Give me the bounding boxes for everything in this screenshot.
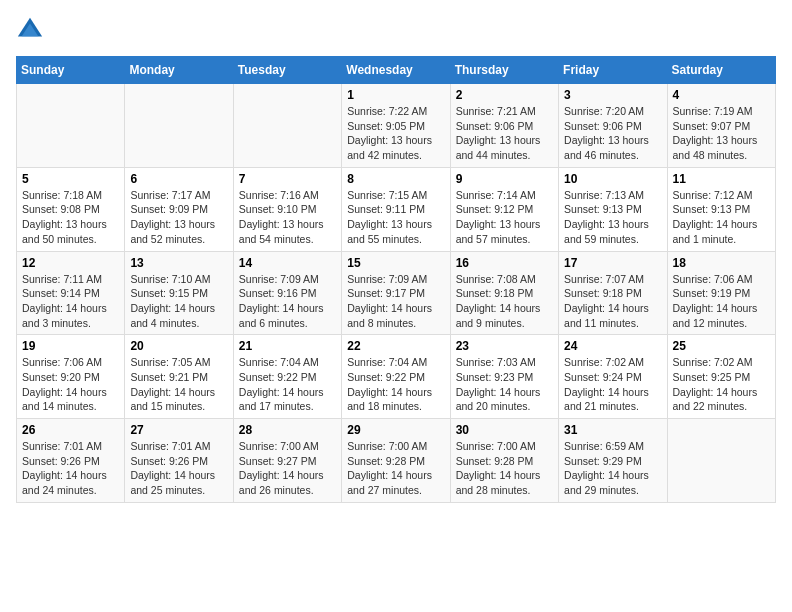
- day-number: 30: [456, 423, 553, 437]
- day-info: Sunrise: 7:13 AM Sunset: 9:13 PM Dayligh…: [564, 188, 661, 247]
- day-number: 12: [22, 256, 119, 270]
- page-header: [16, 16, 776, 44]
- day-info: Sunrise: 7:11 AM Sunset: 9:14 PM Dayligh…: [22, 272, 119, 331]
- calendar-cell: 6Sunrise: 7:17 AM Sunset: 9:09 PM Daylig…: [125, 167, 233, 251]
- day-number: 16: [456, 256, 553, 270]
- calendar-cell: 29Sunrise: 7:00 AM Sunset: 9:28 PM Dayli…: [342, 419, 450, 503]
- day-info: Sunrise: 7:10 AM Sunset: 9:15 PM Dayligh…: [130, 272, 227, 331]
- calendar-week-3: 12Sunrise: 7:11 AM Sunset: 9:14 PM Dayli…: [17, 251, 776, 335]
- day-info: Sunrise: 7:02 AM Sunset: 9:24 PM Dayligh…: [564, 355, 661, 414]
- calendar-week-5: 26Sunrise: 7:01 AM Sunset: 9:26 PM Dayli…: [17, 419, 776, 503]
- day-number: 7: [239, 172, 336, 186]
- day-info: Sunrise: 7:14 AM Sunset: 9:12 PM Dayligh…: [456, 188, 553, 247]
- calendar-cell: 26Sunrise: 7:01 AM Sunset: 9:26 PM Dayli…: [17, 419, 125, 503]
- day-number: 11: [673, 172, 770, 186]
- day-info: Sunrise: 7:17 AM Sunset: 9:09 PM Dayligh…: [130, 188, 227, 247]
- day-info: Sunrise: 7:09 AM Sunset: 9:17 PM Dayligh…: [347, 272, 444, 331]
- calendar-cell: 4Sunrise: 7:19 AM Sunset: 9:07 PM Daylig…: [667, 84, 775, 168]
- calendar-cell: 16Sunrise: 7:08 AM Sunset: 9:18 PM Dayli…: [450, 251, 558, 335]
- day-number: 2: [456, 88, 553, 102]
- calendar-cell: 3Sunrise: 7:20 AM Sunset: 9:06 PM Daylig…: [559, 84, 667, 168]
- day-number: 17: [564, 256, 661, 270]
- day-info: Sunrise: 7:01 AM Sunset: 9:26 PM Dayligh…: [22, 439, 119, 498]
- calendar-cell: 21Sunrise: 7:04 AM Sunset: 9:22 PM Dayli…: [233, 335, 341, 419]
- weekday-header-thursday: Thursday: [450, 57, 558, 84]
- calendar-cell: 30Sunrise: 7:00 AM Sunset: 9:28 PM Dayli…: [450, 419, 558, 503]
- calendar-week-4: 19Sunrise: 7:06 AM Sunset: 9:20 PM Dayli…: [17, 335, 776, 419]
- calendar-cell: 19Sunrise: 7:06 AM Sunset: 9:20 PM Dayli…: [17, 335, 125, 419]
- day-number: 3: [564, 88, 661, 102]
- day-info: Sunrise: 7:05 AM Sunset: 9:21 PM Dayligh…: [130, 355, 227, 414]
- day-info: Sunrise: 7:02 AM Sunset: 9:25 PM Dayligh…: [673, 355, 770, 414]
- calendar-cell: [125, 84, 233, 168]
- day-number: 9: [456, 172, 553, 186]
- day-number: 19: [22, 339, 119, 353]
- day-info: Sunrise: 7:18 AM Sunset: 9:08 PM Dayligh…: [22, 188, 119, 247]
- calendar-cell: [233, 84, 341, 168]
- day-number: 14: [239, 256, 336, 270]
- day-number: 20: [130, 339, 227, 353]
- day-number: 24: [564, 339, 661, 353]
- calendar-cell: 18Sunrise: 7:06 AM Sunset: 9:19 PM Dayli…: [667, 251, 775, 335]
- calendar-week-1: 1Sunrise: 7:22 AM Sunset: 9:05 PM Daylig…: [17, 84, 776, 168]
- calendar-cell: 23Sunrise: 7:03 AM Sunset: 9:23 PM Dayli…: [450, 335, 558, 419]
- calendar-cell: 8Sunrise: 7:15 AM Sunset: 9:11 PM Daylig…: [342, 167, 450, 251]
- calendar-body: 1Sunrise: 7:22 AM Sunset: 9:05 PM Daylig…: [17, 84, 776, 503]
- calendar-cell: 14Sunrise: 7:09 AM Sunset: 9:16 PM Dayli…: [233, 251, 341, 335]
- calendar-cell: 11Sunrise: 7:12 AM Sunset: 9:13 PM Dayli…: [667, 167, 775, 251]
- day-number: 8: [347, 172, 444, 186]
- calendar-cell: 10Sunrise: 7:13 AM Sunset: 9:13 PM Dayli…: [559, 167, 667, 251]
- day-info: Sunrise: 7:08 AM Sunset: 9:18 PM Dayligh…: [456, 272, 553, 331]
- day-info: Sunrise: 7:06 AM Sunset: 9:20 PM Dayligh…: [22, 355, 119, 414]
- calendar-cell: 31Sunrise: 6:59 AM Sunset: 9:29 PM Dayli…: [559, 419, 667, 503]
- day-info: Sunrise: 7:06 AM Sunset: 9:19 PM Dayligh…: [673, 272, 770, 331]
- day-info: Sunrise: 7:00 AM Sunset: 9:27 PM Dayligh…: [239, 439, 336, 498]
- day-info: Sunrise: 7:01 AM Sunset: 9:26 PM Dayligh…: [130, 439, 227, 498]
- calendar-cell: 1Sunrise: 7:22 AM Sunset: 9:05 PM Daylig…: [342, 84, 450, 168]
- day-number: 25: [673, 339, 770, 353]
- day-info: Sunrise: 7:21 AM Sunset: 9:06 PM Dayligh…: [456, 104, 553, 163]
- day-number: 13: [130, 256, 227, 270]
- calendar-cell: 24Sunrise: 7:02 AM Sunset: 9:24 PM Dayli…: [559, 335, 667, 419]
- day-info: Sunrise: 7:15 AM Sunset: 9:11 PM Dayligh…: [347, 188, 444, 247]
- calendar-cell: 20Sunrise: 7:05 AM Sunset: 9:21 PM Dayli…: [125, 335, 233, 419]
- calendar-cell: 27Sunrise: 7:01 AM Sunset: 9:26 PM Dayli…: [125, 419, 233, 503]
- day-info: Sunrise: 6:59 AM Sunset: 9:29 PM Dayligh…: [564, 439, 661, 498]
- weekday-header-saturday: Saturday: [667, 57, 775, 84]
- day-info: Sunrise: 7:20 AM Sunset: 9:06 PM Dayligh…: [564, 104, 661, 163]
- calendar-cell: 17Sunrise: 7:07 AM Sunset: 9:18 PM Dayli…: [559, 251, 667, 335]
- calendar-cell: 13Sunrise: 7:10 AM Sunset: 9:15 PM Dayli…: [125, 251, 233, 335]
- day-info: Sunrise: 7:22 AM Sunset: 9:05 PM Dayligh…: [347, 104, 444, 163]
- day-info: Sunrise: 7:12 AM Sunset: 9:13 PM Dayligh…: [673, 188, 770, 247]
- logo: [16, 16, 48, 44]
- day-info: Sunrise: 7:00 AM Sunset: 9:28 PM Dayligh…: [456, 439, 553, 498]
- calendar-cell: 15Sunrise: 7:09 AM Sunset: 9:17 PM Dayli…: [342, 251, 450, 335]
- calendar-cell: 5Sunrise: 7:18 AM Sunset: 9:08 PM Daylig…: [17, 167, 125, 251]
- calendar-cell: 25Sunrise: 7:02 AM Sunset: 9:25 PM Dayli…: [667, 335, 775, 419]
- day-number: 28: [239, 423, 336, 437]
- day-number: 27: [130, 423, 227, 437]
- calendar-table: SundayMondayTuesdayWednesdayThursdayFrid…: [16, 56, 776, 503]
- weekday-header-sunday: Sunday: [17, 57, 125, 84]
- weekday-row: SundayMondayTuesdayWednesdayThursdayFrid…: [17, 57, 776, 84]
- logo-icon: [16, 16, 44, 44]
- day-info: Sunrise: 7:03 AM Sunset: 9:23 PM Dayligh…: [456, 355, 553, 414]
- day-number: 18: [673, 256, 770, 270]
- day-number: 21: [239, 339, 336, 353]
- calendar-cell: 2Sunrise: 7:21 AM Sunset: 9:06 PM Daylig…: [450, 84, 558, 168]
- day-number: 1: [347, 88, 444, 102]
- weekday-header-monday: Monday: [125, 57, 233, 84]
- day-info: Sunrise: 7:09 AM Sunset: 9:16 PM Dayligh…: [239, 272, 336, 331]
- weekday-header-tuesday: Tuesday: [233, 57, 341, 84]
- calendar-cell: 9Sunrise: 7:14 AM Sunset: 9:12 PM Daylig…: [450, 167, 558, 251]
- calendar-header: SundayMondayTuesdayWednesdayThursdayFrid…: [17, 57, 776, 84]
- day-number: 26: [22, 423, 119, 437]
- calendar-cell: 7Sunrise: 7:16 AM Sunset: 9:10 PM Daylig…: [233, 167, 341, 251]
- day-number: 4: [673, 88, 770, 102]
- day-number: 15: [347, 256, 444, 270]
- day-number: 10: [564, 172, 661, 186]
- calendar-cell: [667, 419, 775, 503]
- day-number: 5: [22, 172, 119, 186]
- day-info: Sunrise: 7:04 AM Sunset: 9:22 PM Dayligh…: [239, 355, 336, 414]
- day-info: Sunrise: 7:16 AM Sunset: 9:10 PM Dayligh…: [239, 188, 336, 247]
